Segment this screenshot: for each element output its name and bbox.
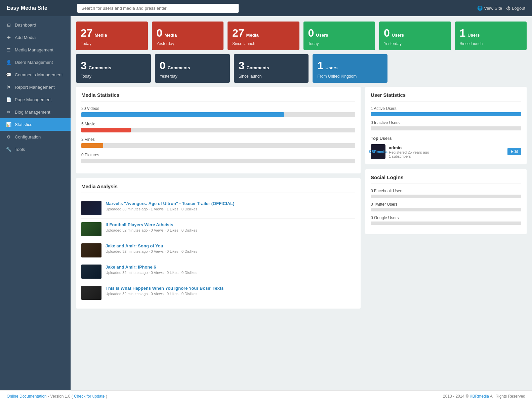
stats-row-2: 3Comments Today 0Comments Yesterday 3Com…: [76, 54, 527, 83]
media-analysis-title: Media Analysis: [81, 184, 355, 193]
social-logins-title: Social Logins: [371, 174, 521, 184]
comments-icon: 💬: [6, 72, 11, 77]
sidebar: ⊞ Dashboard ✚ Add Media ☰ Media Manageme…: [0, 16, 71, 390]
bar-row-vines: 2 Vines: [81, 137, 355, 148]
sidebar-item-dashboard[interactable]: ⊞ Dashboard: [0, 19, 71, 31]
stat-comments-yesterday: 0Comments Yesterday: [155, 54, 230, 83]
media-items-list: Marvel's "Avengers: Age of Ultron" - Tea…: [81, 198, 355, 303]
bar-fill-vines: [81, 143, 103, 148]
page-icon: 📄: [6, 97, 11, 102]
sidebar-item-tools[interactable]: 🔧 Tools: [0, 143, 71, 156]
media-info-2: If Football Players Were Atheists Upload…: [106, 222, 197, 232]
media-info-4: Jake and Amir: iPhone 6 Uploaded 32 minu…: [106, 265, 197, 275]
top-users-section: Top Users KBRmedia admin Registered 25 y…: [371, 136, 521, 159]
add-icon: ✚: [6, 35, 11, 40]
sidebar-item-users-management[interactable]: 👤 Users Management: [0, 56, 71, 69]
media-statistics-title: Media Statistics: [81, 92, 355, 102]
user-bar-inactive: 0 Inactive Users: [371, 120, 521, 130]
user-bar-track-active: [371, 112, 521, 116]
stat-users-yesterday: 0Users Yesterday: [379, 22, 451, 50]
media-info-3: Jake and Amir: Song of You Uploaded 32 m…: [106, 243, 197, 253]
top-bar: Easy Media Site 🌐 View Site ⏻ Logout: [0, 0, 532, 16]
sidebar-item-statistics[interactable]: 📊 Statistics: [0, 118, 71, 131]
sidebar-item-configuration[interactable]: ⚙ Configuration: [0, 131, 71, 143]
main-layout: ⊞ Dashboard ✚ Add Media ☰ Media Manageme…: [0, 16, 532, 390]
report-icon: ⚑: [6, 85, 11, 90]
app-title: Easy Media Site: [7, 5, 77, 11]
media-info-1: Marvel's "Avengers: Age of Ultron" - Tea…: [106, 201, 234, 211]
sidebar-item-add-media[interactable]: ✚ Add Media: [0, 31, 71, 44]
social-bar-google: 0 Google Users: [371, 215, 521, 225]
sidebar-item-report-management[interactable]: ⚑ Report Management: [0, 81, 71, 93]
bar-fill-videos: [81, 112, 284, 117]
stat-media-yesterday: 0Media Yesterday: [152, 22, 224, 50]
media-thumb-3: [81, 243, 101, 257]
check-update-link[interactable]: Check for update: [74, 394, 105, 399]
panel-left: Media Statistics 20 Videos 5 Music: [76, 87, 361, 309]
stat-comments-since-launch: 3Comments Since launch: [234, 54, 309, 83]
media-thumb-5: [81, 286, 101, 300]
media-item: If Football Players Were Atheists Upload…: [81, 219, 355, 240]
stat-comments-today: 3Comments Today: [76, 54, 151, 83]
stat-users-uk: 1Users From United Kingdom: [313, 54, 387, 83]
stats-row-1: 27Media Today 0Media Yesterday 27Media S…: [76, 22, 527, 50]
media-item: Jake and Amir: Song of You Uploaded 32 m…: [81, 240, 355, 261]
media-icon: ☰: [6, 47, 11, 52]
sidebar-item-blog-management[interactable]: ✏ Blog Management: [0, 106, 71, 118]
media-thumb-1: [81, 201, 101, 215]
bar-track-videos: [81, 112, 355, 117]
panel-right: User Statistics 1 Active Users 0 Inactiv…: [365, 87, 527, 234]
user-bar-active: 1 Active Users: [371, 106, 521, 116]
user-statistics-title: User Statistics: [371, 92, 521, 102]
bar-row-pictures: 0 Pictures: [81, 153, 355, 163]
media-statistics-panel: Media Statistics 20 Videos 5 Music: [76, 87, 361, 173]
app-wrapper: Easy Media Site 🌐 View Site ⏻ Logout ⊞ D…: [0, 0, 532, 402]
tools-icon: 🔧: [6, 147, 11, 152]
admin-info: admin Registered 25 years ago 1 subscrib…: [389, 145, 504, 158]
documentation-link[interactable]: Online Documentation: [7, 394, 47, 399]
globe-icon: 🌐: [477, 6, 483, 11]
stat-media-today: 27Media Today: [76, 22, 148, 50]
view-site-button[interactable]: 🌐 View Site: [477, 6, 502, 11]
media-item: Jake and Amir: iPhone 6 Uploaded 32 minu…: [81, 261, 355, 282]
sidebar-item-page-management[interactable]: 📄 Page Management: [0, 93, 71, 106]
user-bar-fill-active: [371, 112, 521, 116]
stat-users-since-launch: 1Users Since launch: [455, 22, 527, 50]
media-bars: 20 Videos 5 Music: [81, 106, 355, 163]
user-bar-track-inactive: [371, 126, 521, 130]
dashboard-icon: ⊞: [6, 23, 11, 28]
top-user-row: KBRmedia admin Registered 25 years ago 1…: [371, 144, 521, 159]
edit-user-button[interactable]: Edit: [507, 148, 521, 155]
media-item: Marvel's "Avengers: Age of Ultron" - Tea…: [81, 198, 355, 219]
configuration-icon: ⚙: [6, 134, 11, 139]
bar-track-vines: [81, 143, 355, 148]
media-thumb-2: [81, 222, 101, 236]
social-bar-facebook: 0 Facebook Users: [371, 189, 521, 198]
bar-track-pictures: [81, 159, 355, 163]
user-bars: 1 Active Users 0 Inactive Users: [371, 106, 521, 130]
admin-avatar: KBRmedia: [371, 144, 385, 159]
social-bar-track-google: [371, 222, 521, 225]
media-analysis-panel: Media Analysis Marvel's "Avengers: Age o…: [76, 178, 361, 309]
sidebar-item-comments-management[interactable]: 💬 Comments Management: [0, 69, 71, 81]
social-bar-track-facebook: [371, 195, 521, 198]
footer-left: Online Documentation - Version 1.0 ( Che…: [7, 394, 107, 399]
stat-media-since-launch: 27Media Since launch: [228, 22, 299, 50]
statistics-icon: 📊: [6, 122, 11, 127]
social-bar-twitter: 0 Twitter Users: [371, 202, 521, 211]
media-thumb-4: [81, 265, 101, 279]
brand-link[interactable]: KBRmedia: [470, 394, 489, 399]
footer-right: 2013 - 2014 © KBRmedia All Rights Reserv…: [443, 394, 525, 399]
bar-fill-music: [81, 128, 131, 132]
search-input[interactable]: [77, 4, 239, 13]
panels-row: Media Statistics 20 Videos 5 Music: [76, 87, 527, 309]
bar-track-music: [81, 128, 355, 132]
search-container: [77, 4, 239, 13]
sidebar-item-media-management[interactable]: ☰ Media Management: [0, 44, 71, 56]
social-bars: 0 Facebook Users 0 Twitter Users 0 Googl…: [371, 189, 521, 225]
media-info-5: This Is What Happens When You Ignore You…: [106, 286, 224, 296]
blog-icon: ✏: [6, 110, 11, 115]
logout-button[interactable]: ⏻ Logout: [506, 6, 525, 11]
top-bar-actions: 🌐 View Site ⏻ Logout: [477, 6, 525, 11]
social-bar-track-twitter: [371, 208, 521, 211]
